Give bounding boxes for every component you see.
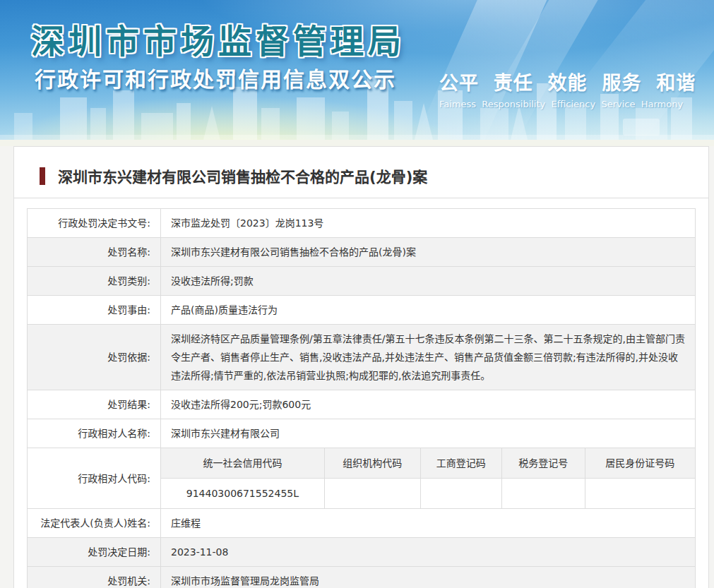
slogan-chinese: 公平 责任 效能 服务 和谐 <box>439 68 696 95</box>
row-label: 处罚名称: <box>28 238 161 267</box>
table-row: 处罚名称: 深圳市东兴建材有限公司销售抽检不合格的产品(龙骨)案 <box>28 238 696 267</box>
row-label: 处罚事由: <box>28 296 161 325</box>
title-accent-bar <box>40 167 45 185</box>
codes-value <box>501 479 585 509</box>
penalty-info-table: 行政处罚决定书文号: 深市监龙处罚〔2023〕龙岗113号 处罚名称: 深圳市东… <box>27 208 696 588</box>
row-value: 深圳市市场监督管理局龙岗监管局 <box>161 567 696 588</box>
org-name-title: 深圳市市场监督管理局 <box>31 14 405 63</box>
row-value: 庄维程 <box>161 509 696 538</box>
row-label: 处罚依据: <box>28 325 161 390</box>
banner-subtitle: 行政许可和行政处罚信用信息双公示 <box>35 62 396 93</box>
row-label: 处罚决定日期: <box>28 538 161 567</box>
row-value: 深市监龙处罚〔2023〕龙岗113号 <box>161 209 696 238</box>
row-value: 没收违法所得;罚款 <box>161 267 696 296</box>
codes-value <box>324 479 420 509</box>
row-label: 行政处罚决定书文号: <box>28 209 161 238</box>
content-card: 深圳市东兴建材有限公司销售抽检不合格的产品(龙骨)案 行政处罚决定书文号: 深市… <box>13 146 709 588</box>
codes-header: 工商登记码 <box>420 448 501 479</box>
codes-value <box>420 479 501 509</box>
row-label: 法定代表人(负责人)姓名: <box>28 509 161 538</box>
table-row: 处罚结果: 没收违法所得200元;罚款600元 <box>28 390 696 419</box>
row-label: 行政相对人名称: <box>28 419 161 448</box>
codes-value <box>585 479 695 509</box>
codes-value: 91440300671552455L <box>161 479 324 509</box>
row-label: 处罚结果: <box>28 390 161 419</box>
row-value: 2023-11-08 <box>161 538 696 567</box>
table-row: 处罚机关: 深圳市市场监督管理局龙岗监管局 <box>28 567 696 588</box>
slogan-english: Faimess Responsibility Efficiency Servic… <box>439 99 696 109</box>
row-label: 处罚类别: <box>28 267 161 296</box>
codes-header: 居民身份证号码 <box>585 448 695 479</box>
table-row: 行政处罚决定书文号: 深市监龙处罚〔2023〕龙岗113号 <box>28 209 696 238</box>
codes-header: 组织机构代码 <box>324 448 420 479</box>
table-row: 处罚事由: 产品(商品)质量违法行为 <box>28 296 696 325</box>
codes-header: 统一社会信用代码 <box>161 448 324 479</box>
case-title-block: 深圳市东兴建材有限公司销售抽检不合格的产品(龙骨)案 <box>14 147 708 198</box>
row-label: 处罚机关: <box>28 567 161 588</box>
codes-header-row: 统一社会信用代码 组织机构代码 工商登记码 税务登记号 居民身份证号码 <box>161 448 695 479</box>
row-value: 产品(商品)质量违法行为 <box>161 296 696 325</box>
party-codes-table: 统一社会信用代码 组织机构代码 工商登记码 税务登记号 居民身份证号码 9144… <box>161 448 695 508</box>
row-value: 深圳经济特区产品质量管理条例/第五章法律责任/第五十七条违反本条例第二十三条、第… <box>161 325 696 390</box>
codes-header: 税务登记号 <box>501 448 585 479</box>
table-row: 处罚类别: 没收违法所得;罚款 <box>28 267 696 296</box>
banner-bottom-strip <box>0 140 714 146</box>
codes-value-row: 91440300671552455L <box>161 479 695 509</box>
table-row: 法定代表人(负责人)姓名: 庄维程 <box>28 509 696 538</box>
row-value: 没收违法所得200元;罚款600元 <box>161 390 696 419</box>
row-label: 行政相对人代码: <box>28 448 161 509</box>
table-row: 处罚决定日期: 2023-11-08 <box>28 538 696 567</box>
table-row-party-codes: 行政相对人代码: 统一社会信用代码 组织机构代码 工商登记码 税务登记号 居民身… <box>28 448 696 509</box>
row-value: 深圳市东兴建材有限公司 <box>161 419 696 448</box>
table-row: 处罚依据: 深圳经济特区产品质量管理条例/第五章法律责任/第五十七条违反本条例第… <box>28 325 696 390</box>
site-banner: 深圳市市场监督管理局 行政许可和行政处罚信用信息双公示 公平 责任 效能 服务 … <box>0 0 714 140</box>
page-title: 深圳市东兴建材有限公司销售抽检不合格的产品(龙骨)案 <box>58 169 427 186</box>
table-row: 行政相对人名称: 深圳市东兴建材有限公司 <box>28 419 696 448</box>
row-value: 深圳市东兴建材有限公司销售抽检不合格的产品(龙骨)案 <box>161 238 696 267</box>
party-codes-cell: 统一社会信用代码 组织机构代码 工商登记码 税务登记号 居民身份证号码 9144… <box>161 448 696 509</box>
slogan-block: 公平 责任 效能 服务 和谐 Faimess Responsibility Ef… <box>439 68 696 109</box>
